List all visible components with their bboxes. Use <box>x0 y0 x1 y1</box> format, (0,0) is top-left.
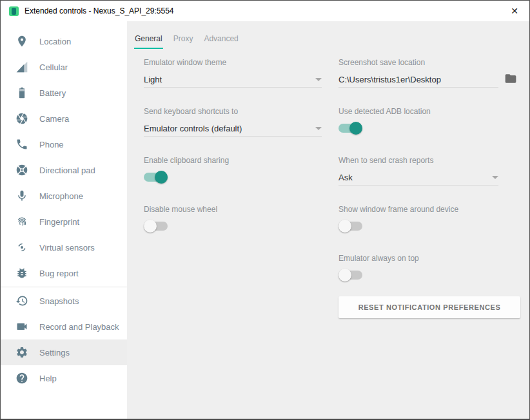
field-label: Screenshot save location <box>339 58 498 67</box>
sidebar-item-snapshots[interactable]: Snapshots <box>1 288 127 314</box>
dpad-icon <box>15 164 28 177</box>
location-pin-icon <box>15 35 28 48</box>
sidebar-item-label: Camera <box>39 114 69 124</box>
sidebar-item-battery[interactable]: Battery <box>1 80 127 106</box>
browse-folder-button[interactable] <box>504 72 518 86</box>
help-icon <box>15 372 28 385</box>
crash-reports-dropdown[interactable]: Ask <box>339 171 498 186</box>
path-value: C:\Users\tristus1er\Desktop <box>339 75 441 84</box>
bug-icon <box>15 267 28 280</box>
screenshot-save-location-field: Screenshot save location C:\Users\tristu… <box>339 58 498 88</box>
sidebar-item-label: Virtual sensors <box>39 243 95 253</box>
tab-bar: General Proxy Advanced <box>134 34 239 47</box>
toggle-knob <box>349 122 362 135</box>
sidebar-item-location[interactable]: Location <box>1 28 127 54</box>
sidebar-item-directional-pad[interactable]: Directional pad <box>1 157 127 183</box>
gear-icon <box>15 346 28 359</box>
sidebar-item-phone[interactable]: Phone <box>1 131 127 157</box>
use-detected-adb-field: Use detected ADB location <box>339 107 498 133</box>
sidebar-item-label: Bug report <box>39 269 79 278</box>
toggle-knob <box>144 220 157 233</box>
sidebar-item-label: Location <box>39 37 71 46</box>
dropdown-value: Light <box>144 75 162 84</box>
tab-advanced[interactable]: Advanced <box>203 34 239 47</box>
enable-clipboard-field: Enable clipboard sharing <box>144 156 322 182</box>
emulator-window-theme-field: Emulator window theme Light <box>144 58 322 88</box>
clipboard-sharing-toggle[interactable] <box>144 173 168 182</box>
fingerprint-icon <box>15 215 28 228</box>
field-label: Show window frame around device <box>339 205 498 214</box>
dropdown-value: Emulator controls (default) <box>144 124 242 133</box>
sidebar-item-settings[interactable]: Settings <box>1 339 127 365</box>
camera-aperture-icon <box>15 112 28 125</box>
videocam-icon <box>15 320 28 333</box>
virtual-sensors-icon <box>15 241 28 254</box>
always-on-top-field: Emulator always on top <box>339 254 498 280</box>
chevron-down-icon <box>492 176 498 179</box>
field-label: Emulator window theme <box>144 58 322 67</box>
sidebar-item-label: Microphone <box>39 191 83 201</box>
sidebar-item-microphone[interactable]: Microphone <box>1 183 127 209</box>
sidebar-item-label: Help <box>39 374 57 383</box>
sidebar-item-virtual-sensors[interactable]: Virtual sensors <box>1 234 127 260</box>
always-on-top-toggle[interactable] <box>339 271 362 280</box>
microphone-icon <box>15 189 28 202</box>
field-label: Enable clipboard sharing <box>144 156 322 165</box>
chevron-down-icon <box>315 78 322 81</box>
sidebar-item-label: Record and Playback <box>39 322 119 332</box>
battery-icon <box>15 86 28 99</box>
show-window-frame-field: Show window frame around device <box>339 205 498 231</box>
settings-panel: General Proxy Advanced Emulator window t… <box>127 21 529 419</box>
history-icon <box>15 294 28 307</box>
adb-location-toggle[interactable] <box>339 124 362 133</box>
window-title: Extended controls - Nexus_S_API_29:5554 <box>25 6 500 15</box>
screenshot-path-input[interactable]: C:\Users\tristus1er\Desktop <box>339 73 498 88</box>
field-label: Emulator always on top <box>339 254 498 263</box>
phone-icon <box>15 138 28 151</box>
sidebar-divider <box>1 287 127 287</box>
sidebar-item-record-playback[interactable]: Record and Playback <box>1 314 127 339</box>
dropdown-value: Ask <box>339 173 353 182</box>
close-icon[interactable]: ✕ <box>500 1 529 21</box>
emulator-app-icon <box>9 6 19 16</box>
cellular-signal-icon <box>15 61 28 73</box>
window-frame-toggle[interactable] <box>339 222 362 231</box>
sidebar-item-label: Snapshots <box>39 296 79 306</box>
sidebar-item-camera[interactable]: Camera <box>1 106 127 131</box>
send-keyboard-shortcuts-field: Send keyboard shortcuts to Emulator cont… <box>144 107 322 137</box>
sidebar-item-label: Battery <box>39 88 66 98</box>
sidebar-item-label: Cellular <box>39 62 68 72</box>
sidebar-item-help[interactable]: Help <box>1 365 127 391</box>
keyboard-shortcuts-dropdown[interactable]: Emulator controls (default) <box>144 122 322 137</box>
tab-proxy[interactable]: Proxy <box>173 34 194 47</box>
toggle-knob <box>339 269 351 282</box>
chevron-down-icon <box>315 127 322 130</box>
toggle-knob <box>155 171 168 184</box>
field-label: Send keyboard shortcuts to <box>144 107 322 116</box>
extended-controls-window: Extended controls - Nexus_S_API_29:5554 … <box>0 0 530 420</box>
sidebar-item-label: Phone <box>39 140 64 149</box>
field-label: When to send crash reports <box>339 156 498 165</box>
disable-mouse-wheel-field: Disable mouse wheel <box>144 205 322 231</box>
sidebar-item-label: Fingerprint <box>39 217 79 227</box>
toggle-knob <box>339 220 351 233</box>
field-label: Use detected ADB location <box>339 107 498 116</box>
mouse-wheel-toggle[interactable] <box>144 222 168 231</box>
tab-general[interactable]: General <box>134 34 163 47</box>
theme-dropdown[interactable]: Light <box>144 73 322 88</box>
reset-notification-preferences-button[interactable]: RESET NOTIFICATION PREFERENCES <box>339 296 520 318</box>
sidebar-item-cellular[interactable]: Cellular <box>1 54 127 80</box>
sidebar-item-fingerprint[interactable]: Fingerprint <box>1 209 127 234</box>
title-bar: Extended controls - Nexus_S_API_29:5554 … <box>1 1 529 21</box>
field-label: Disable mouse wheel <box>144 205 322 214</box>
sidebar: Location Cellular Battery Camera Phone D <box>1 21 127 419</box>
sidebar-item-label: Settings <box>39 348 70 358</box>
crash-reports-field: When to send crash reports Ask <box>339 156 498 186</box>
emulator-screen-glyph <box>12 8 16 15</box>
sidebar-item-label: Directional pad <box>39 166 95 175</box>
sidebar-item-bug-report[interactable]: Bug report <box>1 260 127 286</box>
folder-icon <box>504 72 517 85</box>
